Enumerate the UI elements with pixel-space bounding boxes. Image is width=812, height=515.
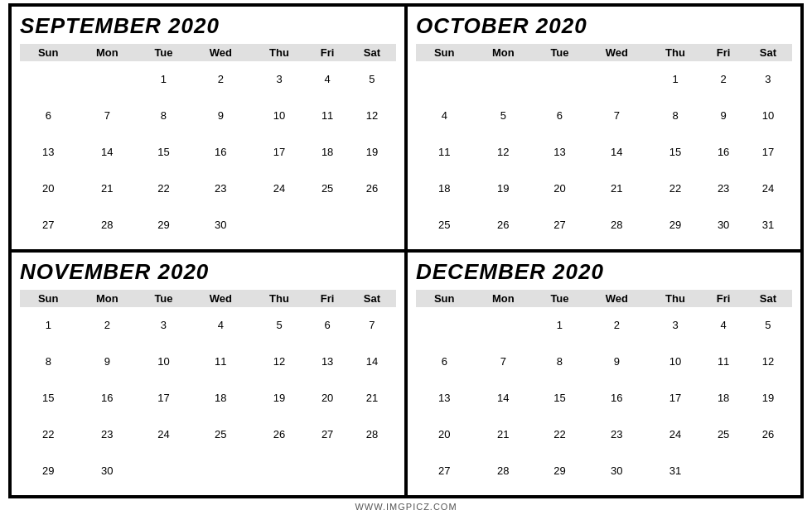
day-cell: 27	[416, 452, 472, 489]
day-cell: 21	[76, 170, 138, 206]
day-cell: 18	[190, 380, 252, 416]
day-cell: 17	[138, 380, 190, 416]
day-header-wed: Wed	[586, 44, 648, 61]
day-cell	[252, 452, 307, 489]
day-header-sat: Sat	[744, 290, 792, 307]
day-cell	[586, 61, 648, 98]
day-cell: 11	[703, 344, 743, 380]
day-cell: 24	[648, 416, 703, 452]
day-header-mon: Mon	[76, 44, 138, 61]
day-cell: 20	[307, 380, 347, 416]
week-row: 2728293031	[416, 452, 792, 489]
day-cell: 21	[348, 380, 396, 416]
day-cell: 3	[648, 307, 703, 344]
day-cell: 21	[472, 416, 534, 452]
week-row: 18192021222324	[416, 170, 792, 206]
day-cell: 22	[534, 416, 586, 452]
day-cell: 28	[472, 452, 534, 489]
day-header-sat: Sat	[744, 44, 792, 61]
day-cell: 30	[76, 452, 138, 489]
day-cell: 28	[586, 206, 648, 243]
day-cell: 7	[76, 98, 138, 134]
day-cell	[416, 307, 472, 344]
footer-text: WWW.IMGPICZ.COM	[355, 502, 457, 512]
day-header-fri: Fri	[703, 290, 743, 307]
day-cell: 10	[252, 98, 307, 134]
day-header-tue: Tue	[534, 44, 586, 61]
day-cell: 5	[744, 307, 792, 344]
calendar-0: SEPTEMBER 2020SunMonTueWedThuFriSat12345…	[10, 5, 406, 251]
day-cell: 29	[138, 206, 190, 243]
day-cell: 16	[190, 134, 252, 171]
day-cell: 7	[472, 344, 534, 380]
day-cell: 9	[586, 344, 648, 380]
day-cell: 17	[252, 134, 307, 171]
day-cell	[20, 61, 76, 98]
day-cell: 4	[190, 307, 252, 344]
day-cell: 13	[534, 134, 586, 171]
day-cell: 23	[586, 416, 648, 452]
day-header-thu: Thu	[648, 44, 703, 61]
day-cell: 2	[76, 307, 138, 344]
day-cell: 22	[648, 170, 703, 206]
day-cell: 14	[586, 134, 648, 171]
day-cell: 1	[138, 61, 190, 98]
week-row: 22232425262728	[20, 416, 396, 452]
day-header-mon: Mon	[472, 290, 534, 307]
day-cell: 29	[534, 452, 586, 489]
day-cell: 4	[703, 307, 743, 344]
day-header-sun: Sun	[20, 290, 76, 307]
day-cell: 1	[20, 307, 76, 344]
day-cell: 14	[472, 380, 534, 416]
week-row: 12345	[416, 307, 792, 344]
day-cell	[252, 206, 307, 243]
cal-table-3: SunMonTueWedThuFriSat1234567891011121314…	[416, 290, 792, 489]
day-cell: 3	[744, 61, 792, 98]
day-cell: 20	[534, 170, 586, 206]
week-row: 15161718192021	[20, 380, 396, 416]
day-header-mon: Mon	[76, 290, 138, 307]
day-header-thu: Thu	[252, 44, 307, 61]
week-row: 20212223242526	[416, 416, 792, 452]
day-header-wed: Wed	[190, 290, 252, 307]
day-header-tue: Tue	[534, 290, 586, 307]
week-row: 6789101112	[416, 344, 792, 380]
day-cell	[307, 206, 347, 243]
day-cell: 12	[744, 344, 792, 380]
day-cell: 13	[416, 380, 472, 416]
day-cell: 10	[138, 344, 190, 380]
day-cell: 19	[472, 170, 534, 206]
day-cell: 11	[190, 344, 252, 380]
day-cell: 17	[648, 380, 703, 416]
day-cell: 31	[648, 452, 703, 489]
day-cell: 24	[138, 416, 190, 452]
day-cell: 2	[190, 61, 252, 98]
day-cell	[472, 307, 534, 344]
day-cell: 10	[648, 344, 703, 380]
day-cell: 16	[703, 134, 743, 171]
day-cell: 12	[348, 98, 396, 134]
calendar-2: NOVEMBER 2020SunMonTueWedThuFriSat123456…	[10, 251, 406, 497]
day-cell: 29	[20, 452, 76, 489]
day-cell: 21	[586, 170, 648, 206]
day-cell: 30	[190, 206, 252, 243]
day-cell: 23	[703, 170, 743, 206]
day-cell: 16	[76, 380, 138, 416]
day-cell: 6	[20, 98, 76, 134]
calendars-grid: SEPTEMBER 2020SunMonTueWedThuFriSat12345…	[8, 3, 804, 498]
day-cell: 17	[744, 134, 792, 171]
week-row: 45678910	[416, 98, 792, 134]
day-cell: 28	[348, 416, 396, 452]
day-cell	[744, 452, 792, 489]
day-header-mon: Mon	[472, 44, 534, 61]
day-cell: 15	[534, 380, 586, 416]
day-header-fri: Fri	[307, 290, 347, 307]
day-cell: 1	[648, 61, 703, 98]
day-cell: 5	[348, 61, 396, 98]
day-cell: 14	[76, 134, 138, 171]
day-cell: 27	[20, 206, 76, 243]
day-cell: 9	[703, 98, 743, 134]
day-cell: 22	[138, 170, 190, 206]
day-cell	[534, 61, 586, 98]
week-row: 27282930	[20, 206, 396, 243]
